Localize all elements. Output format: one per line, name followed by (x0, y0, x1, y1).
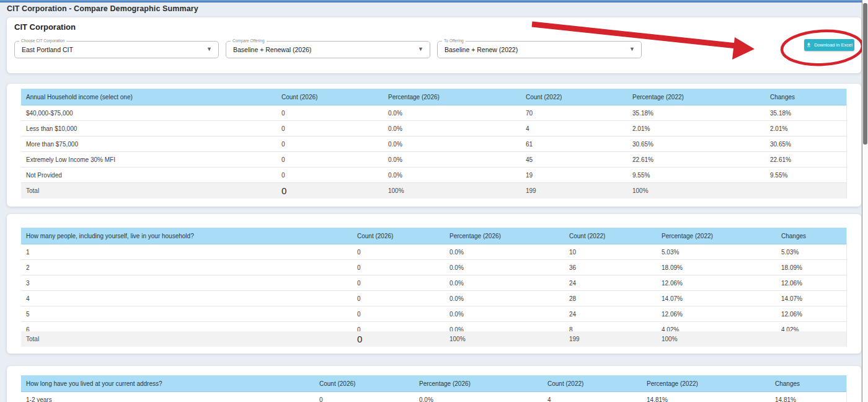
table-question: How long have you lived at your current … (21, 380, 314, 387)
table-cell: 35.18% (765, 110, 847, 117)
row-label: 4 (21, 295, 352, 302)
table-cell: 14.07% (776, 295, 846, 302)
column-header: Count (2026) (352, 233, 445, 239)
table-cell: 0 (314, 396, 414, 402)
table-body: 100.0%105.03%5.03%200.0%3618.09%18.09%30… (21, 244, 846, 331)
table-cell: 0.0% (445, 264, 564, 271)
table-cell: 0 (352, 280, 445, 287)
table-cell: 18.09% (657, 264, 776, 271)
table-cell: 35.18% (627, 110, 765, 117)
table-cell: 0.0% (383, 125, 521, 132)
choose-cit-label: Choose CIT Corporation (19, 38, 66, 43)
choose-cit-dropdown[interactable]: Choose CIT Corporation East Portland CIT… (14, 41, 219, 58)
table-cell: 22.61% (765, 156, 847, 163)
row-label: More than $75,000 (21, 141, 277, 148)
column-header: Count (2026) (277, 94, 383, 100)
to-offering-value: Baseline + Renew (2022) (445, 46, 518, 53)
table-cell: 0.0% (445, 249, 564, 256)
table-cell: 4.02% (776, 326, 846, 332)
table-cell: 30.65% (627, 141, 765, 148)
row-label: Less than $10,000 (21, 125, 277, 132)
table-cell: 0.0% (414, 396, 542, 402)
compare-offering-label: Compare Offering (231, 38, 267, 43)
table-cell: 8 (564, 326, 657, 332)
table-cell: 30.65% (765, 141, 847, 148)
table-card-household-size: How many people, including yourself, liv… (7, 214, 861, 354)
column-header: Percentage (2022) (657, 233, 776, 239)
compare-offering-dropdown[interactable]: Compare Offering Baseline + Renewal (202… (226, 41, 430, 58)
table-cell: 0 (277, 125, 383, 132)
table-cell: 19 (521, 172, 627, 179)
table-cell: 0 (352, 249, 445, 256)
table-cell: 0.0% (445, 311, 564, 318)
table-total-row: Total0100%199100% (21, 183, 846, 199)
table-cell: 4 (521, 125, 627, 132)
demographic-table: Annual Household income (select one)Coun… (21, 89, 847, 199)
column-header: Percentage (2026) (414, 380, 542, 387)
chevron-down-icon: ▼ (418, 46, 423, 52)
table-cell: 18.09% (776, 264, 846, 271)
download-in-excel-button[interactable]: Download in Excel (804, 39, 854, 51)
table-cell: 0.0% (383, 172, 521, 179)
table-cell: 100% (657, 336, 776, 342)
table-total-row: Total0100%199100% (21, 331, 846, 347)
table-cell: 28 (564, 295, 657, 302)
table-cell: 0 (277, 141, 383, 148)
table-cell: 0 (352, 326, 445, 332)
demographic-table: How many people, including yourself, liv… (21, 228, 847, 347)
choose-cit-value: East Portland CIT (22, 46, 73, 53)
table-cell: 45 (521, 156, 627, 163)
table-cell: 12.06% (776, 311, 846, 318)
table-cell: 199 (564, 336, 657, 342)
table-cell: 4.02% (657, 326, 776, 332)
table-cell: 0 (277, 156, 383, 163)
table-cell: 199 (521, 187, 627, 194)
row-label: 1 (21, 249, 352, 256)
table-row: 600.0%84.02%4.02% (21, 322, 846, 331)
table-cell: 9.55% (765, 172, 847, 179)
table-cell: 22.61% (627, 156, 765, 163)
table-body: 1-2 years00.0%414.81%14.81% (21, 392, 846, 402)
table-cell: 24 (564, 280, 657, 287)
table-row: Extremely Low Income 30% MFI00.0%4522.61… (21, 152, 846, 168)
table-card-address-tenure: How long have you lived at your current … (7, 366, 861, 402)
table-cell: 5.03% (657, 249, 776, 256)
to-offering-dropdown[interactable]: To Offering Baseline + Renew (2022) ▼ (437, 41, 642, 58)
download-button-label: Download in Excel (814, 42, 852, 48)
table-cell: 14.07% (657, 295, 776, 302)
table-row: Less than $10,00000.0%42.01%2.01% (21, 121, 846, 136)
column-header: Percentage (2022) (642, 380, 770, 387)
scrollbar-thumb[interactable] (863, 3, 867, 145)
table-row: 100.0%105.03%5.03% (21, 244, 846, 260)
table-cell: 0 (277, 110, 383, 117)
table-cell: 12.06% (776, 280, 846, 287)
table-cell: 24 (564, 311, 657, 318)
table-row: 300.0%2412.06%12.06% (21, 275, 846, 291)
vertical-scrollbar[interactable] (862, 0, 868, 402)
table-cell: 0 (352, 264, 445, 271)
corporation-heading: CIT Corporation (14, 22, 76, 32)
table-cell: 2.01% (627, 125, 765, 132)
table-cell: 5.03% (776, 249, 846, 256)
table-cell: 0.0% (445, 326, 564, 332)
row-label: 6 (21, 326, 352, 332)
column-header: Percentage (2026) (445, 233, 564, 239)
table-card-household-income: Annual Household income (select one)Coun… (7, 84, 861, 207)
table-cell: 0 (352, 311, 445, 318)
table-cell: 0 (277, 185, 383, 196)
table-cell: 12.06% (657, 311, 776, 318)
row-label: 3 (21, 280, 352, 287)
row-label: Not Provided (21, 172, 277, 179)
chevron-down-icon: ▼ (206, 46, 212, 52)
table-header-row: Annual Household income (select one)Coun… (21, 89, 846, 105)
column-header: Count (2022) (542, 380, 642, 387)
demographic-table: How long have you lived at your current … (21, 375, 847, 402)
table-row: $40,000-$75,00000.0%7035.18%35.18% (21, 105, 846, 121)
row-label: Extremely Low Income 30% MFI (21, 156, 277, 163)
table-row: 500.0%2412.06%12.06% (21, 306, 846, 322)
total-label: Total (21, 187, 277, 194)
table-cell: 14.81% (770, 396, 847, 402)
page-title: CIT Corporation - Compare Demographic Su… (7, 4, 198, 13)
column-header: Count (2026) (314, 380, 414, 387)
table-question: Annual Household income (select one) (21, 94, 277, 100)
